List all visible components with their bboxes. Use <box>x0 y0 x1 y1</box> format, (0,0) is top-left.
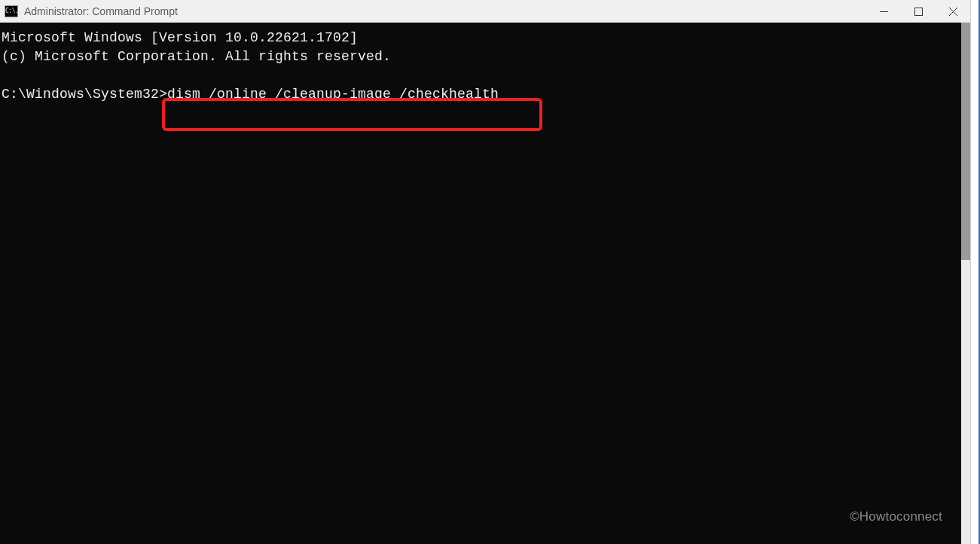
command-prompt-window: C:\.. Administrator: Command Prompt Micr… <box>0 0 971 544</box>
minimize-icon <box>880 8 888 16</box>
minimize-button[interactable] <box>866 0 901 23</box>
window-controls <box>866 0 970 22</box>
maximize-icon <box>914 8 923 16</box>
close-button[interactable] <box>936 0 970 23</box>
terminal-line-version: Microsoft Windows [Version 10.0.22621.17… <box>2 30 358 45</box>
svg-rect-1 <box>914 8 922 15</box>
maximize-button[interactable] <box>901 0 936 23</box>
watermark-text: ©Howtoconnect <box>850 507 942 526</box>
titlebar[interactable]: C:\.. Administrator: Command Prompt <box>0 0 970 23</box>
titlebar-left: C:\.. Administrator: Command Prompt <box>5 5 178 17</box>
terminal-line-copyright: (c) Microsoft Corporation. All rights re… <box>2 49 391 64</box>
highlight-annotation <box>162 98 542 131</box>
terminal-command: dism /online /cleanup-image /checkhealth <box>167 87 499 102</box>
terminal-output[interactable]: Microsoft Windows [Version 10.0.22621.17… <box>0 23 962 544</box>
scrollbar-thumb[interactable] <box>961 23 970 260</box>
cmd-icon: C:\.. <box>5 5 18 17</box>
window-title: Administrator: Command Prompt <box>24 5 178 17</box>
close-icon <box>949 8 957 16</box>
terminal-prompt: C:\Windows\System32> <box>2 87 167 102</box>
